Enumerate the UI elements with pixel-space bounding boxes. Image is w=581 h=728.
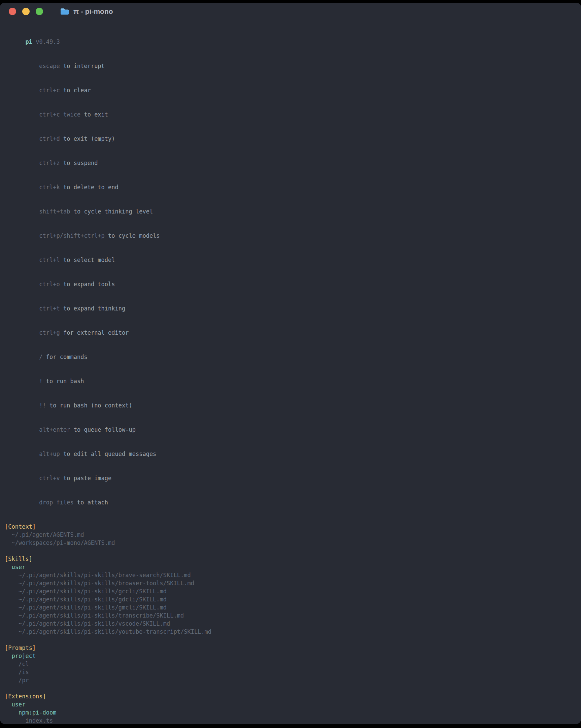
shortcut-key: alt+enter bbox=[39, 426, 70, 433]
shortcut-help-line: shift+tabto cycle thinking level bbox=[5, 199, 576, 224]
shortcut-key: ctrl+t bbox=[39, 305, 59, 312]
shortcut-description: to exit bbox=[84, 111, 108, 118]
shortcut-help-line: alt+enterto queue follow-up bbox=[5, 418, 576, 442]
shortcut-description: to clear bbox=[63, 87, 91, 94]
shortcut-help-line: escapeto interrupt bbox=[5, 54, 576, 78]
shortcut-key: ctrl+g bbox=[39, 329, 59, 336]
skill-file: ~/.pi/agent/skills/pi-skills/vscode/SKIL… bbox=[5, 620, 576, 628]
extensions-user-scope-label: user bbox=[5, 700, 576, 708]
skill-file: ~/.pi/agent/skills/pi-skills/gccli/SKILL… bbox=[5, 587, 576, 595]
shortcut-description: to attach bbox=[77, 499, 108, 506]
shortcut-key: ctrl+c twice bbox=[39, 111, 80, 118]
shortcut-help-line: ctrl+cto clear bbox=[5, 78, 576, 102]
shortcut-help-line: ctrl+c twiceto exit bbox=[5, 102, 576, 127]
skill-file: ~/.pi/agent/skills/pi-skills/browser-too… bbox=[5, 579, 576, 587]
shortcut-description: to expand thinking bbox=[63, 305, 125, 312]
shortcut-help-line: ctrl+gfor external editor bbox=[5, 320, 576, 345]
shortcut-help-line: ctrl+p/shift+ctrl+pto cycle models bbox=[5, 224, 576, 248]
prompt-command: /cl bbox=[5, 660, 576, 668]
shortcut-description: to exit (empty) bbox=[63, 135, 115, 142]
skill-file: ~/.pi/agent/skills/pi-skills/gdcli/SKILL… bbox=[5, 595, 576, 603]
extension-npm-package: npm:pi-doom bbox=[5, 708, 576, 717]
shortcut-key: ctrl+v bbox=[39, 475, 59, 482]
shortcut-help-line: ctrl+vto paste image bbox=[5, 466, 576, 490]
shortcut-description: to run bash bbox=[46, 378, 84, 385]
shortcut-description: to paste image bbox=[63, 475, 111, 482]
shortcut-help-line: !to run bash bbox=[5, 369, 576, 393]
prompt-command-list: /cl /is /pr bbox=[5, 660, 576, 684]
shortcut-description: to expand tools bbox=[63, 281, 115, 288]
shortcut-key: ctrl+c bbox=[39, 87, 59, 94]
shortcut-key: !! bbox=[39, 402, 46, 409]
shortcut-help-list: escapeto interrupt ctrl+cto clear ctrl+c… bbox=[5, 54, 576, 515]
shortcut-description: to delete to end bbox=[63, 184, 118, 190]
shortcut-key: ctrl+d bbox=[39, 135, 59, 142]
shortcut-key: ctrl+l bbox=[39, 257, 59, 263]
extensions-section-header: [Extensions] bbox=[5, 692, 576, 700]
shortcut-key: escape bbox=[39, 62, 59, 69]
shortcut-key: ctrl+z bbox=[39, 160, 59, 166]
shortcut-help-line: /for commands bbox=[5, 345, 576, 369]
shortcut-description: to interrupt bbox=[63, 62, 105, 69]
shortcut-help-line: ctrl+lto select model bbox=[5, 248, 576, 272]
app-version-line: piv0.49.3 bbox=[5, 30, 576, 54]
shortcut-key: shift+tab bbox=[39, 208, 70, 215]
shortcut-key: ctrl+k bbox=[39, 184, 59, 190]
shortcut-key: ! bbox=[39, 378, 43, 385]
shortcut-description: to cycle thinking level bbox=[74, 208, 153, 215]
shortcut-description: for commands bbox=[46, 354, 87, 360]
prompt-command: /pr bbox=[5, 676, 576, 684]
prompt-command: /is bbox=[5, 668, 576, 676]
shortcut-description: to edit all queued messages bbox=[63, 450, 156, 457]
shortcut-key: drop files bbox=[39, 499, 73, 506]
shortcut-help-line: alt+upto edit all queued messages bbox=[5, 442, 576, 466]
context-file: ~/workspaces/pi-mono/AGENTS.md bbox=[5, 539, 576, 547]
title-bar: π - pi-mono bbox=[0, 3, 581, 20]
context-section-header: [Context] bbox=[5, 523, 576, 531]
close-window-button[interactable] bbox=[9, 8, 16, 15]
shortcut-key: / bbox=[39, 354, 43, 360]
shortcut-description: to select model bbox=[63, 257, 115, 263]
skills-scope-label: user bbox=[5, 563, 576, 571]
shortcut-key: ctrl+p/shift+ctrl+p bbox=[39, 232, 104, 239]
skill-file: ~/.pi/agent/skills/pi-skills/gmcli/SKILL… bbox=[5, 603, 576, 612]
skill-file: ~/.pi/agent/skills/pi-skills/brave-searc… bbox=[5, 571, 576, 579]
shortcut-description: for external editor bbox=[63, 329, 129, 336]
extension-npm-entry: index.ts bbox=[5, 717, 576, 724]
zoom-window-button[interactable] bbox=[36, 8, 43, 15]
skills-file-list: ~/.pi/agent/skills/pi-skills/brave-searc… bbox=[5, 571, 576, 636]
shortcut-key: alt+up bbox=[39, 450, 59, 457]
app-version: v0.49.3 bbox=[36, 38, 60, 45]
shortcut-help-line: !!to run bash (no context) bbox=[5, 393, 576, 418]
shortcut-description: to queue follow-up bbox=[74, 426, 136, 433]
shortcut-help-line: ctrl+zto suspend bbox=[5, 151, 576, 175]
app-name: pi bbox=[25, 38, 32, 45]
shortcut-help-line: ctrl+tto expand thinking bbox=[5, 296, 576, 320]
skills-section-header: [Skills] bbox=[5, 555, 576, 563]
prompts-scope-label: project bbox=[5, 652, 576, 660]
context-file: ~/.pi/agent/AGENTS.md bbox=[5, 531, 576, 539]
startup-banner: piv0.49.3 escapeto interrupt ctrl+cto cl… bbox=[0, 30, 581, 724]
shortcut-help-line: ctrl+dto exit (empty) bbox=[5, 127, 576, 151]
skill-file: ~/.pi/agent/skills/pi-skills/transcribe/… bbox=[5, 612, 576, 620]
shortcut-description: to run bash (no context) bbox=[50, 402, 132, 409]
shortcut-description: to cycle models bbox=[108, 232, 160, 239]
shortcut-help-line: ctrl+oto expand tools bbox=[5, 272, 576, 296]
window-title: π - pi-mono bbox=[73, 7, 113, 16]
skill-file: ~/.pi/agent/skills/pi-skills/youtube-tra… bbox=[5, 628, 576, 636]
context-file-list: ~/.pi/agent/AGENTS.md ~/workspaces/pi-mo… bbox=[5, 531, 576, 547]
minimize-window-button[interactable] bbox=[22, 8, 30, 15]
folder-icon bbox=[60, 7, 69, 16]
shortcut-description: to suspend bbox=[63, 160, 98, 166]
prompts-section-header: [Prompts] bbox=[5, 644, 576, 652]
shortcut-help-line: ctrl+kto delete to end bbox=[5, 175, 576, 199]
shortcut-key: ctrl+o bbox=[39, 281, 59, 288]
terminal-window: π - pi-mono piv0.49.3 escapeto interrupt… bbox=[0, 3, 581, 724]
shortcut-help-line: drop filesto attach bbox=[5, 490, 576, 515]
